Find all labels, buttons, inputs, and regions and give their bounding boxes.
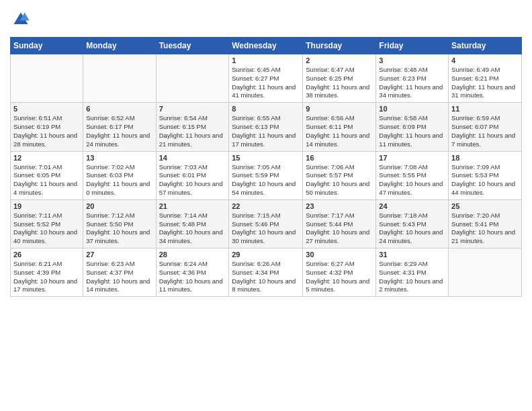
day-number: 1 (232, 56, 300, 64)
calendar-cell: 15Sunrise: 7:05 AM Sunset: 5:59 PM Dayli… (229, 151, 303, 199)
day-number: 19 (13, 202, 80, 210)
calendar-cell: 12Sunrise: 7:01 AM Sunset: 6:05 PM Dayli… (11, 151, 83, 199)
day-info: Sunrise: 7:02 AM Sunset: 6:03 PM Dayligh… (86, 163, 152, 197)
day-number: 28 (159, 250, 226, 259)
day-number: 24 (379, 202, 445, 210)
calendar-week-row: 26Sunrise: 6:21 AM Sunset: 4:39 PM Dayli… (11, 248, 522, 297)
day-info: Sunrise: 7:15 AM Sunset: 5:46 PM Dayligh… (232, 212, 300, 246)
day-number: 9 (306, 105, 373, 113)
day-info: Sunrise: 6:24 AM Sunset: 4:36 PM Dayligh… (159, 260, 226, 294)
weekday-header-tuesday: Tuesday (156, 38, 229, 54)
day-number: 16 (306, 154, 373, 162)
calendar-cell: 29Sunrise: 6:26 AM Sunset: 4:34 PM Dayli… (229, 248, 303, 297)
day-number: 3 (379, 56, 445, 64)
day-info: Sunrise: 6:21 AM Sunset: 4:39 PM Dayligh… (13, 260, 80, 294)
day-number: 18 (451, 154, 519, 162)
calendar-week-row: 19Sunrise: 7:11 AM Sunset: 5:52 PM Dayli… (11, 199, 522, 248)
calendar-cell: 11Sunrise: 6:59 AM Sunset: 6:07 PM Dayli… (449, 103, 522, 151)
day-info: Sunrise: 7:20 AM Sunset: 5:41 PM Dayligh… (451, 212, 519, 246)
day-info: Sunrise: 6:47 AM Sunset: 6:25 PM Dayligh… (306, 66, 373, 100)
calendar-cell: 23Sunrise: 7:17 AM Sunset: 5:44 PM Dayli… (303, 199, 376, 248)
calendar-cell: 3Sunrise: 6:48 AM Sunset: 6:23 PM Daylig… (376, 54, 449, 103)
weekday-header-sunday: Sunday (11, 38, 83, 54)
calendar-week-row: 1Sunrise: 6:45 AM Sunset: 6:27 PM Daylig… (11, 54, 522, 103)
day-info: Sunrise: 6:45 AM Sunset: 6:27 PM Dayligh… (232, 66, 300, 100)
calendar-cell: 10Sunrise: 6:58 AM Sunset: 6:09 PM Dayli… (376, 103, 449, 151)
day-info: Sunrise: 6:56 AM Sunset: 6:11 PM Dayligh… (306, 114, 373, 148)
day-info: Sunrise: 7:17 AM Sunset: 5:44 PM Dayligh… (306, 212, 373, 246)
calendar-cell: 5Sunrise: 6:51 AM Sunset: 6:19 PM Daylig… (11, 103, 83, 151)
day-number: 12 (13, 154, 80, 162)
day-info: Sunrise: 6:23 AM Sunset: 4:37 PM Dayligh… (86, 260, 152, 294)
calendar-cell (11, 54, 83, 103)
calendar-cell: 27Sunrise: 6:23 AM Sunset: 4:37 PM Dayli… (83, 248, 156, 297)
day-number: 20 (86, 202, 152, 210)
day-number: 10 (379, 105, 445, 113)
calendar-cell: 1Sunrise: 6:45 AM Sunset: 6:27 PM Daylig… (229, 54, 303, 103)
day-number: 27 (86, 250, 152, 259)
calendar-cell: 17Sunrise: 7:08 AM Sunset: 5:55 PM Dayli… (376, 151, 449, 199)
day-info: Sunrise: 7:06 AM Sunset: 5:57 PM Dayligh… (306, 163, 373, 197)
calendar-header-row: SundayMondayTuesdayWednesdayThursdayFrid… (11, 38, 522, 54)
day-info: Sunrise: 6:58 AM Sunset: 6:09 PM Dayligh… (379, 114, 445, 148)
calendar-cell: 19Sunrise: 7:11 AM Sunset: 5:52 PM Dayli… (11, 199, 83, 248)
calendar-cell: 7Sunrise: 6:54 AM Sunset: 6:15 PM Daylig… (156, 103, 229, 151)
calendar-table: SundayMondayTuesdayWednesdayThursdayFrid… (10, 37, 522, 297)
day-number: 21 (159, 202, 226, 210)
weekday-header-monday: Monday (83, 38, 156, 54)
day-number: 11 (451, 105, 519, 113)
calendar-cell: 14Sunrise: 7:03 AM Sunset: 6:01 PM Dayli… (156, 151, 229, 199)
day-number: 26 (13, 250, 80, 259)
day-info: Sunrise: 6:29 AM Sunset: 4:31 PM Dayligh… (379, 260, 445, 294)
calendar-cell: 25Sunrise: 7:20 AM Sunset: 5:41 PM Dayli… (449, 199, 522, 248)
calendar-cell: 4Sunrise: 6:49 AM Sunset: 6:21 PM Daylig… (449, 54, 522, 103)
calendar-cell: 20Sunrise: 7:12 AM Sunset: 5:50 PM Dayli… (83, 199, 156, 248)
calendar-cell: 18Sunrise: 7:09 AM Sunset: 5:53 PM Dayli… (449, 151, 522, 199)
day-number: 30 (306, 250, 373, 259)
day-number: 31 (379, 250, 445, 259)
day-number: 23 (306, 202, 373, 210)
day-info: Sunrise: 6:55 AM Sunset: 6:13 PM Dayligh… (232, 114, 300, 148)
day-info: Sunrise: 7:12 AM Sunset: 5:50 PM Dayligh… (86, 212, 152, 246)
calendar-cell: 28Sunrise: 6:24 AM Sunset: 4:36 PM Dayli… (156, 248, 229, 297)
calendar-cell (83, 54, 156, 103)
day-number: 25 (451, 202, 519, 210)
day-number: 5 (13, 105, 80, 113)
day-number: 17 (379, 154, 445, 162)
day-number: 22 (232, 202, 300, 210)
day-info: Sunrise: 6:52 AM Sunset: 6:17 PM Dayligh… (86, 114, 152, 148)
day-info: Sunrise: 6:49 AM Sunset: 6:21 PM Dayligh… (451, 66, 519, 100)
day-number: 7 (159, 105, 226, 113)
day-info: Sunrise: 7:18 AM Sunset: 5:43 PM Dayligh… (379, 212, 445, 246)
day-number: 14 (159, 154, 226, 162)
weekday-header-saturday: Saturday (449, 38, 522, 54)
day-info: Sunrise: 7:14 AM Sunset: 5:48 PM Dayligh… (159, 212, 226, 246)
day-info: Sunrise: 7:09 AM Sunset: 5:53 PM Dayligh… (451, 163, 519, 197)
day-number: 15 (232, 154, 300, 162)
calendar-cell: 6Sunrise: 6:52 AM Sunset: 6:17 PM Daylig… (83, 103, 156, 151)
page-header (10, 10, 522, 32)
calendar-cell: 21Sunrise: 7:14 AM Sunset: 5:48 PM Dayli… (156, 199, 229, 248)
calendar-cell: 13Sunrise: 7:02 AM Sunset: 6:03 PM Dayli… (83, 151, 156, 199)
day-info: Sunrise: 7:03 AM Sunset: 6:01 PM Dayligh… (159, 163, 226, 197)
day-info: Sunrise: 7:08 AM Sunset: 5:55 PM Dayligh… (379, 163, 445, 197)
calendar-cell: 8Sunrise: 6:55 AM Sunset: 6:13 PM Daylig… (229, 103, 303, 151)
calendar-cell: 26Sunrise: 6:21 AM Sunset: 4:39 PM Dayli… (11, 248, 83, 297)
day-info: Sunrise: 7:11 AM Sunset: 5:52 PM Dayligh… (13, 212, 80, 246)
day-info: Sunrise: 7:01 AM Sunset: 6:05 PM Dayligh… (13, 163, 80, 197)
day-number: 4 (451, 56, 519, 64)
calendar-cell (449, 248, 522, 297)
weekday-header-friday: Friday (376, 38, 449, 54)
calendar-cell: 16Sunrise: 7:06 AM Sunset: 5:57 PM Dayli… (303, 151, 376, 199)
logo (10, 10, 30, 32)
weekday-header-wednesday: Wednesday (229, 38, 303, 54)
calendar-week-row: 5Sunrise: 6:51 AM Sunset: 6:19 PM Daylig… (11, 103, 522, 151)
day-number: 13 (86, 154, 152, 162)
calendar-cell: 24Sunrise: 7:18 AM Sunset: 5:43 PM Dayli… (376, 199, 449, 248)
day-number: 6 (86, 105, 152, 113)
calendar-cell: 2Sunrise: 6:47 AM Sunset: 6:25 PM Daylig… (303, 54, 376, 103)
day-info: Sunrise: 6:48 AM Sunset: 6:23 PM Dayligh… (379, 66, 445, 100)
calendar-cell (156, 54, 229, 103)
day-info: Sunrise: 6:59 AM Sunset: 6:07 PM Dayligh… (451, 114, 519, 148)
weekday-header-thursday: Thursday (303, 38, 376, 54)
